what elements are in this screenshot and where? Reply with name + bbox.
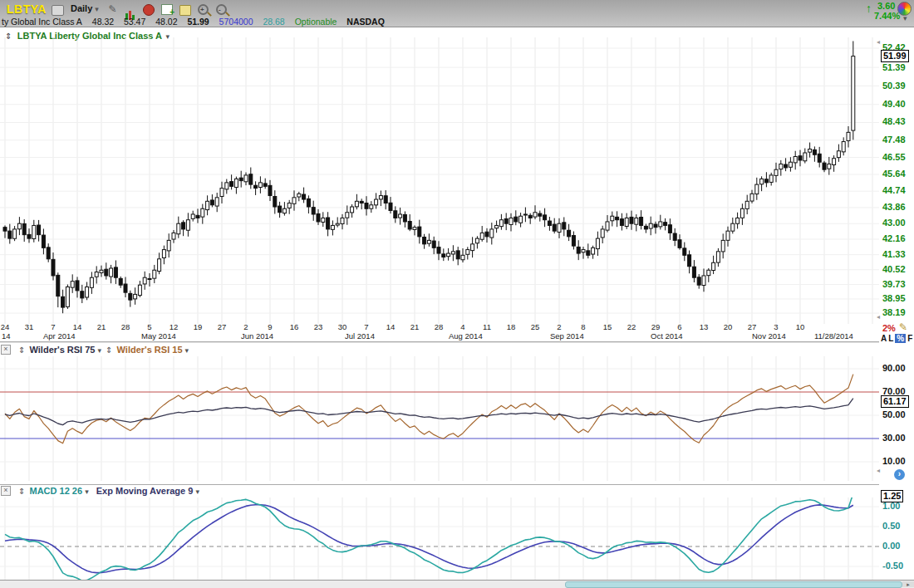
chevron-down-icon[interactable]: ▾	[185, 346, 189, 355]
scrollbar-right-arrow[interactable]: ▸	[902, 581, 914, 587]
x-tick: 24	[1, 322, 10, 331]
x-tick: 27	[748, 322, 757, 331]
month-label: Jun 2014	[241, 331, 273, 341]
x-tick: 19	[194, 322, 203, 331]
macd-chart[interactable]	[0, 497, 879, 588]
x-tick: 18	[507, 322, 516, 331]
quote-low: 48.02	[155, 17, 177, 27]
x-tick: 15	[603, 322, 612, 331]
price-axis-label: 38.95	[882, 293, 906, 303]
draw-tools-icon[interactable]: ✎	[106, 3, 119, 15]
price-change-pct: 7.44%	[874, 11, 900, 21]
last-date-label: 11/28/2014	[814, 331, 853, 341]
quote-last: 51.99	[187, 17, 209, 27]
x-tick: 23	[314, 322, 323, 331]
price-panel-header: ⇕ LBTYA Liberty Global Inc Class A ▾	[0, 27, 914, 37]
quote-bar: ty Global Inc Class A 48.32 53.47 48.02 …	[2, 17, 392, 27]
x-tick: 21	[410, 322, 420, 331]
rsi15-label[interactable]: Wilder's RSI 15	[117, 345, 183, 355]
x-tick: 30	[338, 322, 347, 331]
x-tick: 28	[121, 322, 130, 331]
macd-label[interactable]: MACD 12 26	[30, 486, 83, 496]
rsi-axis-label: 70.00	[882, 386, 906, 396]
alarm-icon[interactable]	[143, 4, 155, 16]
month-label: 14	[2, 331, 11, 341]
x-tick: 9	[268, 322, 272, 331]
mode-log[interactable]: L	[888, 334, 893, 343]
price-axis-label: 46.55	[882, 152, 906, 162]
notes-icon[interactable]	[179, 5, 191, 16]
price-axis-label: 39.73	[882, 279, 906, 289]
axis-scroll-icon[interactable]: ◂	[877, 313, 880, 321]
scale-interval-label: 2%	[882, 323, 896, 333]
x-tick: 7	[364, 322, 368, 331]
x-tick: 27	[218, 322, 227, 331]
axis-scroll-icon[interactable]: ◂	[877, 38, 880, 46]
x-tick: 2	[243, 322, 248, 331]
mode-percent[interactable]: %	[895, 334, 906, 343]
quote-optionable: Optionable	[295, 17, 337, 27]
x-tick: 3	[774, 322, 778, 331]
current-rsi-box: 61.17	[881, 395, 909, 408]
chevron-down-icon[interactable]: ▾	[195, 488, 199, 496]
month-label: Apr 2014	[43, 331, 76, 341]
zoom-out-icon[interactable]: -	[216, 4, 227, 15]
price-axis-label: 38.19	[882, 307, 906, 317]
x-tick: 6	[677, 322, 681, 331]
current-price-box: 51.99	[881, 50, 909, 62]
price-axis-label: 47.48	[882, 135, 906, 145]
drag-handle-icon[interactable]: ⇕	[18, 487, 25, 496]
chevron-down-icon[interactable]: ▾	[903, 14, 907, 22]
price-axis-label: 45.64	[882, 169, 906, 179]
rsi-axis-label: 90.00	[882, 363, 906, 373]
axis-scroll-icon[interactable]: ◂	[877, 467, 880, 474]
pencil-icon[interactable]: ✎	[899, 321, 907, 333]
chart-page-icon[interactable]	[52, 5, 64, 16]
drag-handle-icon[interactable]: ⇕	[106, 345, 112, 355]
chevron-down-icon[interactable]: ▾	[85, 488, 89, 496]
rsi-axis-label: 50.00	[882, 409, 906, 419]
zoom-in-icon[interactable]: +	[198, 4, 209, 15]
quote-high: 53.47	[124, 17, 145, 27]
month-label: Jul 2014	[345, 331, 375, 341]
rsi-chart[interactable]	[0, 356, 879, 481]
x-tick: 10	[796, 322, 805, 331]
close-icon[interactable]: ×	[1, 486, 11, 496]
timeframe-dropdown[interactable]: Daily ▾	[71, 3, 99, 13]
x-tick: 13	[700, 322, 709, 331]
price-axis-label: 40.52	[882, 264, 906, 274]
x-tick: 16	[290, 322, 299, 331]
add-indicator-icon[interactable]: +	[161, 4, 173, 15]
x-tick: 8	[581, 322, 585, 331]
horizontal-scrollbar[interactable]: ▸	[0, 580, 914, 588]
rsi-axis-label: 30.00	[882, 433, 906, 443]
close-icon[interactable]: ×	[1, 345, 11, 355]
rsi75-label[interactable]: Wilder's RSI 75	[30, 345, 96, 355]
x-tick: 29	[651, 322, 661, 331]
price-axis-label: 43.00	[882, 218, 906, 228]
drag-handle-icon[interactable]: ⇕	[18, 345, 25, 355]
x-tick: 21	[97, 322, 106, 331]
mode-fixed[interactable]: F	[907, 334, 912, 343]
scrollbar-thumb[interactable]	[565, 581, 902, 588]
company-name: ty Global Inc Class A	[2, 17, 82, 27]
timeframe-label: Daily	[71, 3, 92, 13]
price-axis-label: 51.39	[882, 62, 906, 72]
x-tick: 31	[25, 322, 34, 331]
quote-volume: 5704000	[219, 17, 253, 27]
price-axis-label: 41.33	[882, 249, 906, 259]
ema-label[interactable]: Exp Moving Average 9	[96, 486, 194, 496]
price-change: 3.60	[877, 1, 895, 11]
x-tick: 28	[435, 322, 444, 331]
panel-separator	[0, 484, 914, 485]
x-axis: 2431714212851219272916233071421284111825…	[0, 320, 879, 341]
mode-arithmetic[interactable]: A	[881, 334, 887, 343]
chevron-down-icon[interactable]: ▾	[98, 346, 102, 355]
active-symbol: LBTYA	[7, 2, 47, 16]
candlestick-chart[interactable]	[0, 37, 879, 324]
panel-expand-icon[interactable]: ›	[894, 469, 905, 480]
x-tick: 25	[531, 322, 540, 331]
x-tick: 5	[147, 322, 151, 331]
scale-mode-switch[interactable]: AL%F	[881, 334, 914, 343]
top-toolbar: LBTYA Daily ▾ ✎ + + - ↑ 3.60 7.44% ▾ ty …	[0, 0, 914, 27]
